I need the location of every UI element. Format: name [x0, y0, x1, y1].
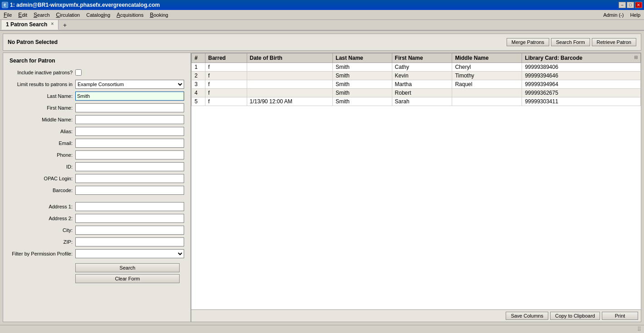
no-patron-label: No Patron Selected [8, 39, 58, 45]
cell-barcode: 99999394964 [522, 80, 641, 89]
status-bar: ⠿ [0, 325, 644, 333]
form-row-address2: Address 2: [10, 213, 184, 223]
cell-dob [247, 80, 333, 89]
menu-edit[interactable]: Edit [15, 11, 30, 19]
title-bar-text: 1: admin@BR1-winxpvmfx.phasefx.evergreen… [10, 2, 160, 8]
top-panel-buttons: Merge Patrons Search Form Retrieve Patro… [507, 38, 636, 46]
label-zip: ZIP: [10, 239, 75, 245]
cell-middlename: Raquel [452, 80, 522, 89]
menu-circulation[interactable]: Circulation [54, 11, 83, 19]
minimize-button[interactable]: – [619, 2, 626, 8]
table-header-row: # Barred Date of Birth Last Name First N… [192, 53, 641, 63]
cell-dob [247, 89, 333, 97]
form-row-opac-login: OPAC Login: [10, 174, 184, 183]
results-footer: Save Columns Copy to Clipboard Print [191, 309, 641, 322]
form-row-alias: Alias: [10, 126, 184, 136]
save-columns-button[interactable]: Save Columns [506, 312, 548, 320]
app-icon: E [2, 2, 8, 8]
barcode-input[interactable] [75, 186, 184, 195]
cell-lastname: Smith [333, 63, 392, 72]
tab-close-icon[interactable]: × [51, 21, 54, 26]
form-row-email: Email: [10, 138, 184, 148]
phone-input[interactable] [75, 150, 184, 159]
cell-barred: f [205, 97, 247, 106]
col-header-middlename[interactable]: Middle Name [452, 53, 522, 63]
col-header-num[interactable]: # [192, 53, 205, 63]
clear-form-button[interactable]: Clear Form [75, 274, 180, 283]
menu-booking[interactable]: Booking [147, 11, 171, 19]
city-input[interactable] [75, 226, 184, 235]
tab-patron-search[interactable]: 1 Patron Search × [1, 19, 59, 30]
cell-firstname: Sarah [392, 97, 452, 106]
cell-barcode: 99999362675 [522, 89, 641, 97]
search-form-button[interactable]: Search Form [551, 38, 590, 46]
label-address2: Address 2: [10, 216, 75, 221]
cell-middlename: Timothy [452, 72, 522, 80]
menu-acquisitions[interactable]: Acquisitions [114, 11, 146, 19]
form-row-permission-profile: Filter by Permission Profile: [10, 249, 184, 259]
middle-name-input[interactable] [75, 115, 184, 124]
form-row-include-inactive: Include inactive patrons? [10, 68, 184, 77]
cell-middlename [452, 89, 522, 97]
col-header-lastname[interactable]: Last Name [333, 53, 392, 63]
results-table: # Barred Date of Birth Last Name First N… [191, 53, 641, 106]
label-opac-login: OPAC Login: [10, 176, 75, 181]
label-email: Email: [10, 140, 75, 146]
cell-firstname: Martha [392, 80, 452, 89]
address1-input[interactable] [75, 202, 184, 211]
menu-admin[interactable]: Admin (-) [600, 11, 626, 19]
menu-search[interactable]: Search [31, 11, 53, 19]
form-row-limit-results: Limit results to patrons in Example Cons… [10, 79, 184, 89]
form-row-id: ID: [10, 162, 184, 172]
tab-add-button[interactable]: + [59, 20, 70, 30]
cell-num: 4 [192, 89, 205, 97]
copy-to-clipboard-button[interactable]: Copy to Clipboard [550, 312, 600, 320]
id-input[interactable] [75, 162, 184, 171]
menu-cataloging[interactable]: Cataloging [83, 11, 113, 19]
cell-barred: f [205, 72, 247, 80]
col-header-firstname[interactable]: First Name [392, 53, 452, 63]
cell-firstname: Kevin [392, 72, 452, 80]
form-row-city: City: [10, 225, 184, 235]
form-row-barcode: Barcode: [10, 185, 184, 195]
cell-lastname: Smith [333, 72, 392, 80]
maximize-button[interactable]: □ [627, 2, 634, 8]
col-header-barred[interactable]: Barred [205, 53, 247, 63]
cell-num: 2 [192, 72, 205, 80]
merge-patrons-button[interactable]: Merge Patrons [507, 38, 549, 46]
search-button[interactable]: Search [75, 263, 180, 272]
last-name-input[interactable] [75, 92, 184, 101]
opac-login-input[interactable] [75, 174, 184, 183]
menu-bar: File Edit Search Circulation Cataloging … [0, 10, 644, 20]
close-button[interactable]: ✕ [635, 2, 642, 8]
col-header-barcode[interactable]: Library Card: Barcode ⊞ [522, 53, 641, 63]
table-row[interactable]: 2 f Smith Kevin Timothy 99999394646 [192, 72, 641, 80]
zip-input[interactable] [75, 237, 184, 246]
cell-firstname: Cathy [392, 63, 452, 72]
col-header-dob[interactable]: Date of Birth [247, 53, 333, 63]
address2-input[interactable] [75, 214, 184, 223]
table-row[interactable]: 1 f Smith Cathy Cheryl 99999389406 [192, 63, 641, 72]
cell-num: 3 [192, 80, 205, 89]
alias-input[interactable] [75, 127, 184, 136]
cell-barred: f [205, 80, 247, 89]
retrieve-patron-button[interactable]: Retrieve Patron [592, 38, 636, 46]
label-limit-results: Limit results to patrons in [10, 82, 75, 87]
label-alias: Alias: [10, 129, 75, 134]
table-row[interactable]: 3 f Smith Martha Raquel 99999394964 [192, 80, 641, 89]
table-row[interactable]: 4 f Smith Robert 99999362675 [192, 89, 641, 97]
label-first-name: First Name: [10, 105, 75, 111]
search-panel-title: Search for Patron [10, 58, 184, 64]
cell-middlename [452, 97, 522, 106]
print-button[interactable]: Print [602, 312, 638, 320]
include-inactive-checkbox[interactable] [75, 69, 82, 76]
label-barcode: Barcode: [10, 188, 75, 193]
email-input[interactable] [75, 139, 184, 148]
menu-file[interactable]: File [1, 11, 15, 19]
title-bar: E 1: admin@BR1-winxpvmfx.phasefx.evergre… [0, 0, 644, 10]
first-name-input[interactable] [75, 103, 184, 112]
limit-results-select[interactable]: Example Consortium [75, 80, 184, 89]
table-row[interactable]: 5 f 1/13/90 12:00 AM Smith Sarah 9999930… [192, 97, 641, 106]
permission-profile-select[interactable] [75, 249, 184, 258]
menu-help[interactable]: Help [627, 11, 643, 19]
